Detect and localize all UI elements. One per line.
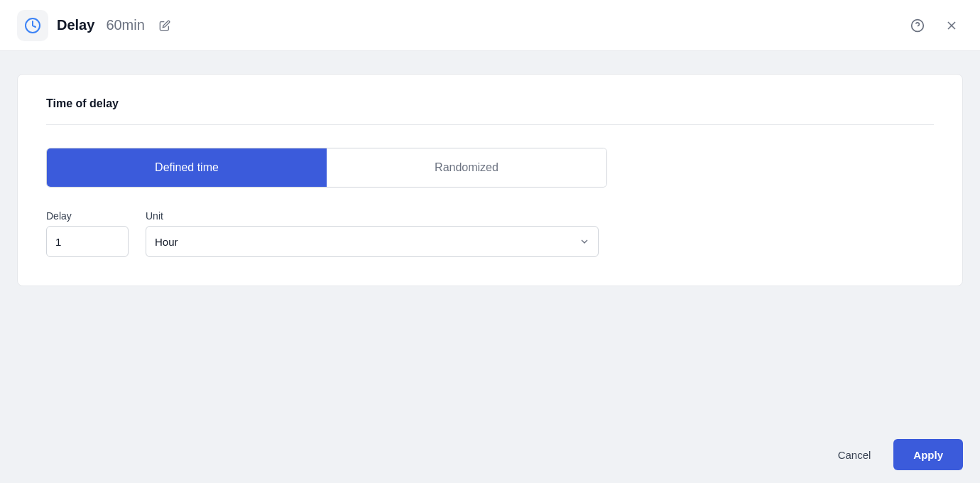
delay-card: Time of delay Defined time Randomized De… bbox=[17, 74, 963, 286]
unit-select-wrapper: Minute Hour Day Week bbox=[146, 226, 599, 257]
close-icon bbox=[944, 18, 959, 33]
footer: Cancel Apply bbox=[0, 426, 980, 483]
delay-label: Delay bbox=[46, 210, 129, 222]
header: Delay 60min bbox=[0, 0, 980, 51]
card-divider bbox=[46, 124, 934, 125]
mode-toggle-group: Defined time Randomized bbox=[46, 148, 607, 188]
clock-icon-wrapper bbox=[17, 10, 48, 41]
main-content: Time of delay Defined time Randomized De… bbox=[0, 51, 980, 426]
help-button[interactable] bbox=[906, 14, 929, 37]
header-left: Delay 60min bbox=[17, 10, 173, 41]
header-right bbox=[906, 14, 963, 37]
edit-title-button[interactable] bbox=[156, 17, 173, 34]
card-title: Time of delay bbox=[46, 97, 934, 110]
header-title: Delay bbox=[57, 17, 94, 33]
fields-row: Delay Unit Minute Hour Day Week bbox=[46, 210, 934, 257]
randomized-tab[interactable]: Randomized bbox=[327, 148, 606, 187]
close-button[interactable] bbox=[940, 14, 963, 37]
unit-select[interactable]: Minute Hour Day Week bbox=[146, 226, 599, 257]
unit-label: Unit bbox=[146, 210, 599, 222]
defined-time-tab[interactable]: Defined time bbox=[47, 148, 327, 187]
header-subtitle: 60min bbox=[106, 17, 144, 33]
help-icon bbox=[910, 18, 925, 33]
apply-button[interactable]: Apply bbox=[893, 439, 963, 470]
delay-input[interactable] bbox=[46, 226, 129, 257]
unit-field-group: Unit Minute Hour Day Week bbox=[146, 210, 599, 257]
cancel-button[interactable]: Cancel bbox=[824, 442, 886, 468]
clock-icon bbox=[24, 17, 41, 34]
delay-field-group: Delay bbox=[46, 210, 129, 257]
pencil-icon bbox=[159, 20, 170, 31]
